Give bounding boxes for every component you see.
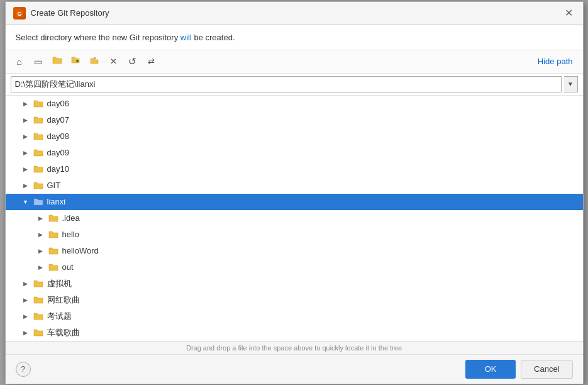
folder-up-icon bbox=[90, 56, 100, 67]
item-label-chezai: 车载歌曲 bbox=[47, 327, 80, 338]
svg-text:G: G bbox=[17, 11, 21, 17]
folder-icon-kaoshi bbox=[33, 312, 45, 321]
folder-icon-day06 bbox=[33, 99, 45, 108]
status-bar: Drag and drop a file into the space abov… bbox=[6, 341, 583, 355]
tree-item-helloword[interactable]: ▶ helloWord bbox=[6, 243, 583, 259]
folder-icon-xuniji bbox=[33, 279, 45, 288]
path-input[interactable] bbox=[11, 76, 562, 92]
item-label-xuniji: 虚拟机 bbox=[47, 278, 72, 289]
tree-item-idea[interactable]: ▶ .idea bbox=[6, 210, 583, 226]
help-button[interactable]: ? bbox=[16, 362, 31, 377]
folder-icon-out bbox=[48, 263, 60, 272]
item-label-git: GIT bbox=[47, 181, 61, 190]
expand-arrow-day08: ▶ bbox=[21, 131, 31, 142]
item-label-helloword: helloWord bbox=[62, 246, 99, 255]
expand-arrow-day06: ▶ bbox=[21, 99, 31, 109]
home-button[interactable]: ⌂ bbox=[11, 53, 28, 70]
folder-button[interactable] bbox=[48, 53, 66, 70]
ok-button[interactable]: OK bbox=[465, 360, 516, 379]
path-bar: ▼ bbox=[6, 74, 583, 96]
expand-arrow-idea: ▶ bbox=[36, 213, 46, 223]
folder-icon-day07 bbox=[33, 116, 45, 125]
subtitle-post: be created. bbox=[192, 33, 235, 42]
expand-arrow-xuniji: ▶ bbox=[21, 279, 31, 289]
folder-icon-lianxi bbox=[33, 198, 45, 206]
expand-arrow-wangge: ▶ bbox=[21, 295, 31, 305]
expand-arrow-helloword: ▶ bbox=[36, 246, 46, 256]
folder-icon-helloword bbox=[48, 247, 60, 255]
close-button[interactable]: ✕ bbox=[563, 7, 575, 20]
tree-item-day10[interactable]: ▶ day10 bbox=[6, 161, 583, 177]
tree-item-lianxi[interactable]: ▼ lianxi bbox=[6, 194, 583, 210]
refresh-icon: ↺ bbox=[128, 56, 136, 67]
link-button[interactable]: ⇄ bbox=[143, 53, 160, 70]
new-folder-button[interactable] bbox=[67, 53, 85, 70]
toolbar-right: Hide path bbox=[533, 54, 578, 69]
tree-item-day08[interactable]: ▶ day08 bbox=[6, 128, 583, 145]
folder-icon-day08 bbox=[33, 132, 45, 141]
expand-arrow-chezai: ▶ bbox=[21, 328, 31, 338]
path-dropdown-button[interactable]: ▼ bbox=[564, 76, 578, 92]
item-label-day07: day07 bbox=[47, 115, 69, 125]
tree-item-git[interactable]: ▶ GIT bbox=[6, 177, 583, 194]
item-label-kaoshi: 考试题 bbox=[47, 311, 72, 322]
tree-item-xuniji[interactable]: ▶ 虚拟机 bbox=[6, 276, 583, 292]
item-label-wangge: 网红歌曲 bbox=[47, 294, 80, 306]
expand-arrow-out: ▶ bbox=[36, 262, 46, 272]
delete-icon: ✕ bbox=[110, 57, 117, 66]
expand-arrow-lianxi: ▼ bbox=[21, 197, 31, 207]
item-label-out: out bbox=[62, 262, 74, 272]
item-label-day06: day06 bbox=[47, 99, 69, 108]
expand-arrow-day10: ▶ bbox=[21, 164, 31, 174]
tree-item-out[interactable]: ▶ out bbox=[6, 259, 583, 276]
tree-item-day09[interactable]: ▶ day09 bbox=[6, 145, 583, 161]
item-label-day10: day10 bbox=[47, 164, 69, 174]
tree-item-kaoshi[interactable]: ▶ 考试题 bbox=[6, 308, 583, 325]
folder-open-icon bbox=[52, 56, 62, 67]
title-bar-left: G Create Git Repository bbox=[13, 7, 109, 20]
file-tree[interactable]: ▶ day06 ▶ day07 ▶ day08 ▶ day09 bbox=[6, 96, 583, 341]
subtitle-pre: Select directory where the new Git repos… bbox=[16, 33, 180, 42]
new-folder-icon bbox=[71, 56, 81, 67]
toolbar: ⌂ ▭ bbox=[6, 50, 583, 74]
delete-button[interactable]: ✕ bbox=[105, 53, 123, 70]
item-label-hello: hello bbox=[62, 230, 79, 239]
desktop-icon: ▭ bbox=[34, 57, 42, 67]
hide-path-button[interactable]: Hide path bbox=[533, 54, 578, 69]
tree-item-chezai[interactable]: ▶ 车载歌曲 bbox=[6, 325, 583, 341]
tree-item-day06[interactable]: ▶ day06 bbox=[6, 96, 583, 112]
status-text: Drag and drop a file into the space abov… bbox=[186, 344, 402, 352]
item-label-idea: .idea bbox=[62, 213, 80, 223]
expand-arrow-git: ▶ bbox=[21, 181, 31, 191]
tree-item-wangge[interactable]: ▶ 网红歌曲 bbox=[6, 292, 583, 308]
item-label-lianxi: lianxi bbox=[47, 197, 66, 206]
expand-arrow-day09: ▶ bbox=[21, 148, 31, 158]
dialog-title: Create Git Repository bbox=[31, 8, 109, 18]
item-label-day09: day09 bbox=[47, 148, 69, 157]
item-label-day08: day08 bbox=[47, 131, 69, 141]
expand-arrow-hello: ▶ bbox=[36, 230, 46, 240]
subtitle-highlight: will bbox=[180, 33, 192, 42]
folder-icon-chezai bbox=[33, 328, 45, 337]
expand-arrow-day07: ▶ bbox=[21, 115, 31, 125]
expand-arrow-kaoshi: ▶ bbox=[21, 311, 31, 321]
folder-up-button[interactable] bbox=[86, 53, 104, 70]
button-bar: ? OK Cancel bbox=[6, 355, 583, 384]
cancel-button[interactable]: Cancel bbox=[521, 360, 572, 379]
home-icon: ⌂ bbox=[16, 57, 21, 67]
folder-icon-idea bbox=[48, 214, 60, 223]
tree-item-day07[interactable]: ▶ day07 bbox=[6, 112, 583, 128]
folder-icon-day09 bbox=[33, 148, 45, 157]
create-git-repository-dialog: G Create Git Repository ✕ Select directo… bbox=[5, 1, 584, 384]
folder-icon-hello bbox=[48, 230, 60, 239]
folder-icon-git bbox=[33, 181, 45, 190]
tree-item-hello[interactable]: ▶ hello bbox=[6, 226, 583, 243]
desktop-button[interactable]: ▭ bbox=[30, 53, 47, 70]
refresh-button[interactable]: ↺ bbox=[124, 53, 141, 70]
title-bar: G Create Git Repository ✕ bbox=[6, 2, 583, 25]
link-icon: ⇄ bbox=[148, 57, 155, 66]
subtitle: Select directory where the new Git repos… bbox=[6, 25, 583, 50]
folder-icon-wangge bbox=[33, 296, 45, 304]
dialog-icon: G bbox=[13, 7, 26, 20]
folder-icon-day10 bbox=[33, 165, 45, 174]
